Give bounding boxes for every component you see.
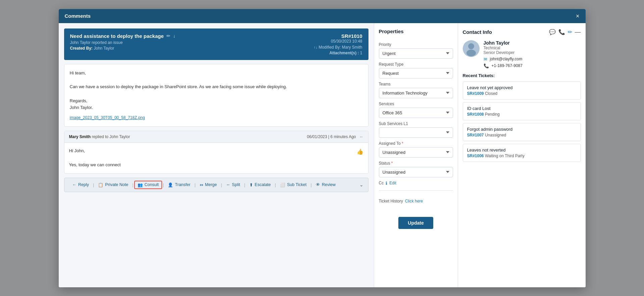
- ticket-created-by: John Taylor: [94, 46, 114, 51]
- cc-row: Cc ℹ Edit: [379, 181, 453, 186]
- recent-ticket-status-text-2: Unassigned: [485, 133, 506, 137]
- recent-ticket-meta-3: SR#1006 Waiting on Third Party: [467, 154, 577, 158]
- assigned-to-select[interactable]: Unassigned: [379, 147, 453, 158]
- contact-details: John Taylor Technical Senior Developer ✉…: [484, 40, 523, 68]
- recent-ticket-sr-3[interactable]: SR#1006: [467, 154, 484, 158]
- update-button[interactable]: Update: [398, 217, 433, 229]
- ticket-modified: ↑↓ Modified By: Mary Smith: [314, 45, 362, 50]
- split-icon: ↔: [226, 182, 231, 187]
- original-message-card: Hi team, Can we have a session to deploy…: [64, 64, 368, 127]
- recent-ticket-status-text-1: Pending: [485, 112, 500, 117]
- divider4: |: [194, 182, 195, 187]
- request-type-select[interactable]: Request: [379, 68, 453, 78]
- divider1: |: [93, 182, 94, 187]
- reply-date: 06/01/2023 | 6 minutes Ago: [307, 134, 356, 139]
- contact-header: Contact Info 💬 📞 ✏ —: [463, 28, 581, 36]
- divider5: |: [221, 182, 222, 187]
- ticket-download-button[interactable]: ↓: [173, 33, 176, 39]
- priority-label: Priority: [379, 42, 453, 47]
- ticket-edit-button[interactable]: ✏: [166, 33, 170, 39]
- ticket-title-row: Need assistance to deploy the package ✏ …: [70, 33, 176, 39]
- recent-ticket-title-3: Leaves not reverted: [467, 147, 577, 153]
- merge-button[interactable]: ⇔ Merge: [196, 181, 220, 189]
- properties-title: Properties: [379, 28, 453, 34]
- attachment-link[interactable]: image_2023_05_30T05_00_58_718Z.png: [70, 115, 363, 121]
- ticket-reported: John Taylor reported an issue: [70, 40, 176, 45]
- modal-title: Comments: [65, 13, 91, 19]
- recent-ticket-status-text-0: Closed: [485, 91, 497, 96]
- escalate-button[interactable]: ⬆ Escalate: [246, 181, 274, 189]
- ticket-history-label: Ticket History: [379, 199, 403, 203]
- modal: Comments × Need assistance to deploy the…: [59, 9, 586, 287]
- split-label: Split: [232, 182, 240, 187]
- teams-label: Teams: [379, 82, 453, 86]
- recent-ticket-status-text-3: Waiting on Third Party: [485, 154, 525, 158]
- contact-name: John Taylor: [484, 40, 523, 46]
- like-icon[interactable]: 👍: [357, 147, 363, 156]
- sub-ticket-icon: ⬜: [280, 182, 285, 187]
- modal-body: Need assistance to deploy the package ✏ …: [59, 23, 586, 287]
- contact-profile: John Taylor Technical Senior Developer ✉…: [463, 40, 581, 68]
- recent-ticket-item-2: Forgot admin password SR#1007 Unassigned: [463, 123, 581, 141]
- contact-phone-button[interactable]: 📞: [558, 29, 565, 35]
- ticket-sr-number: SR#1010: [314, 33, 362, 39]
- ticket-title: Need assistance to deploy the package: [70, 33, 164, 39]
- contact-edit-button[interactable]: ✏: [568, 29, 572, 35]
- teams-select[interactable]: Information Technology: [379, 88, 453, 98]
- status-select[interactable]: Unassigned: [379, 167, 453, 177]
- contact-role1: Technical: [484, 46, 523, 50]
- contact-minimize-button[interactable]: —: [575, 28, 581, 36]
- attachments-label: Attachment(s) :: [329, 51, 359, 55]
- consult-icon: 👥: [138, 182, 143, 187]
- contact-phone-row: 📞 +1-189-767-9087: [484, 63, 523, 68]
- action-bar-expand-button[interactable]: ⌄: [359, 182, 363, 187]
- services-select[interactable]: Office 365: [379, 108, 453, 118]
- svg-point-2: [466, 50, 476, 56]
- ticket-history-row: Ticket History Click here: [379, 199, 453, 203]
- request-type-label: Request Type: [379, 62, 453, 67]
- divider3: |: [163, 182, 164, 187]
- reply-header: Mary Smith replied to John Taylor 06/01/…: [64, 131, 368, 143]
- modal-overlay: Comments × Need assistance to deploy the…: [0, 0, 644, 296]
- reply-sender: Mary Smith: [69, 134, 91, 139]
- action-bar: ← Reply | 📋 Private Note | 👥 Consult |: [64, 178, 368, 192]
- divider2: |: [132, 182, 133, 187]
- recent-ticket-sr-1[interactable]: SR#1008: [467, 112, 484, 117]
- priority-select[interactable]: Urgent: [379, 48, 453, 59]
- recent-ticket-sr-0[interactable]: SR#1009: [467, 91, 484, 96]
- transfer-button[interactable]: 👤 Transfer: [164, 181, 194, 189]
- contact-chat-button[interactable]: 💬: [549, 29, 556, 35]
- ticket-created-label: Created By:: [70, 46, 93, 51]
- reply-meta: 06/01/2023 | 6 minutes Ago ↔: [307, 134, 363, 139]
- escalate-icon: ⬆: [249, 182, 253, 187]
- cc-edit-link[interactable]: Edit: [389, 181, 396, 185]
- ticket-header-card: Need assistance to deploy the package ✏ …: [64, 28, 368, 60]
- contact-info-title: Contact Info: [463, 29, 492, 35]
- merge-label: Merge: [205, 182, 217, 187]
- contact-email-row: ✉ johnt@clayfly.com: [484, 57, 523, 62]
- email-icon: ✉: [484, 57, 487, 62]
- escalate-label: Escalate: [255, 182, 271, 187]
- ticket-history-link[interactable]: Click here: [405, 199, 423, 203]
- private-note-label: Private Note: [105, 182, 128, 187]
- recent-ticket-meta-2: SR#1007 Unassigned: [467, 133, 577, 137]
- reply-body: 👍 Hi John, Yes, today we can connect: [64, 143, 368, 173]
- reply-expand-icon[interactable]: ↔: [359, 134, 363, 139]
- modal-close-button[interactable]: ×: [576, 13, 580, 19]
- private-note-button[interactable]: 📋 Private Note: [95, 181, 132, 189]
- attachments-count: 1: [360, 51, 362, 55]
- consult-button[interactable]: 👥 Consult: [134, 181, 162, 189]
- sub-services-select[interactable]: [379, 127, 453, 138]
- message-line5: Regards,: [70, 98, 363, 105]
- reply-card: Mary Smith replied to John Taylor 06/01/…: [64, 131, 368, 173]
- contact-role2: Senior Developer: [484, 50, 523, 55]
- contact-phone: +1-189-767-9087: [492, 63, 523, 68]
- services-label: Services: [379, 102, 453, 106]
- recent-tickets-title: Recent Tickets:: [463, 73, 581, 78]
- reply-button[interactable]: ← Reply: [69, 181, 92, 189]
- cc-info-icon: ℹ: [386, 181, 387, 186]
- split-button[interactable]: ↔ Split: [223, 181, 244, 189]
- recent-ticket-sr-2[interactable]: SR#1007: [467, 133, 484, 137]
- review-button[interactable]: 👁 Review: [312, 181, 339, 189]
- sub-ticket-button[interactable]: ⬜ Sub Ticket: [277, 181, 310, 189]
